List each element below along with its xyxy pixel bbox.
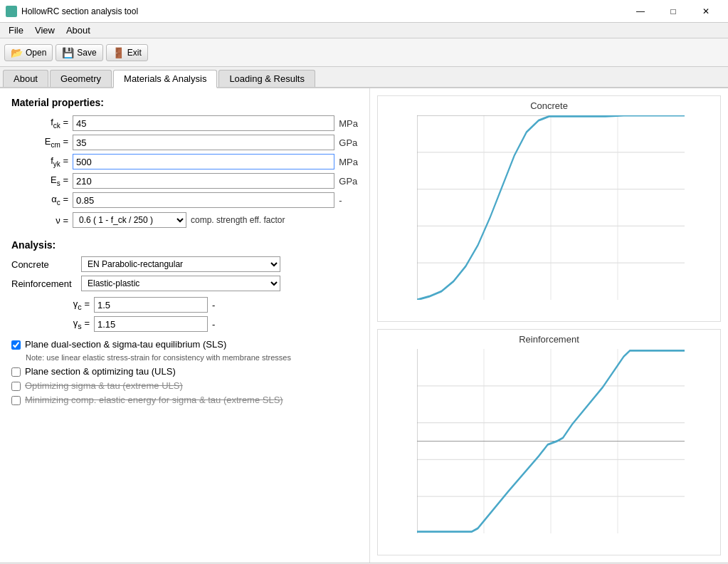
alpha-c-label: αc = [11,194,68,207]
right-panel: Concrete 0.0 -6.4 -12.8 -19.1 -25. [370,88,728,563]
reinforcement-chart-container: Reinforcement 434.8 217.4 0.0 -217.4 [377,329,721,555]
analysis-title: Analysis: [11,239,358,251]
checkbox-uls[interactable] [11,367,21,377]
ecm-label: Ecm = [11,136,68,149]
fck-label: fck = [11,117,68,130]
checkbox-sls-label: Plane dual-section & sigma-tau equilibri… [25,339,226,350]
reinforcement-select[interactable]: Elastic-plastic Linear elastic [81,276,280,291]
checkbox-row-uls: Plane section & optimizing tau (ULS) [11,366,358,377]
alpha-c-input[interactable] [73,192,334,208]
checkbox-group: Plane dual-section & sigma-tau equilibri… [11,339,358,405]
fck-unit: MPa [339,118,358,129]
exit-button[interactable]: 🚪 Exit [106,44,148,61]
concrete-chart-title: Concrete [378,96,720,113]
gamma-c-label: γc = [11,298,90,311]
exit-icon: 🚪 [112,47,125,58]
left-panel: Material properties: fck = MPa Ecm = GPa… [0,88,370,563]
fyk-input[interactable] [73,154,334,169]
concrete-chart-svg: 0.0 -6.4 -12.8 -19.1 -25.5 -0.0035 -0.00… [417,115,685,300]
tab-about[interactable]: About [3,70,48,87]
tab-loading[interactable]: Loading & Results [218,70,315,87]
material-properties-form: fck = MPa Ecm = GPa fyk = MPa Es = GPa α… [11,115,358,208]
reinforcement-label: Reinforcement [11,278,75,289]
checkbox-row-extreme-sls: Minimizing comp. elastic energy for sigm… [11,395,358,405]
analysis-form: Concrete EN Parabolic-rectangular Linear… [11,256,358,291]
tab-materials[interactable]: Materials & Analysis [113,70,217,88]
fyk-label: fyk = [11,155,68,168]
reinforcement-chart-area: 434.8 217.4 0.0 -217.4 -434.8 -0.0035 -0… [378,346,720,555]
es-label: Es = [11,174,68,187]
checkbox-row-extreme-uls: Optimizing sigma & tau (extreme ULS) [11,380,358,391]
menu-file[interactable]: File [3,23,29,38]
gamma-s-dash: - [212,319,226,330]
concrete-chart-container: Concrete 0.0 -6.4 -12.8 -19.1 -25. [377,95,721,322]
window-title: HollowRC section analysis tool [21,6,624,16]
gamma-s-label: γs = [11,318,90,330]
es-unit: GPa [339,176,358,187]
tab-bar: About Geometry Materials & Analysis Load… [0,67,728,88]
gamma-c-input[interactable] [94,297,208,313]
fck-input[interactable] [73,115,334,131]
main-content: Material properties: fck = MPa Ecm = GPa… [0,88,728,563]
save-button[interactable]: 💾 Save [56,44,102,61]
exit-label: Exit [127,48,142,58]
open-label: Open [26,48,46,58]
checkbox-extreme-uls[interactable] [11,382,21,391]
nu-description: comp. strength eff. factor [191,215,285,225]
checkbox-row-sls: Plane dual-section & sigma-tau equilibri… [11,339,358,350]
menu-view[interactable]: View [29,23,60,38]
es-input[interactable] [73,173,334,189]
fyk-unit: MPa [339,157,358,167]
nu-row: ν = 0.6 ( 1 - f_ck / 250 ) comp. strengt… [11,212,358,228]
menubar: File View About [0,23,728,38]
save-label: Save [77,48,96,58]
minimize-button[interactable]: — [624,0,657,23]
tab-geometry[interactable]: Geometry [50,70,112,87]
close-button[interactable]: ✕ [690,0,722,23]
sls-note: Note: use linear elastic stress-strain f… [26,353,358,362]
open-button[interactable]: 📂 Open [4,44,53,61]
ecm-unit: GPa [339,137,358,148]
save-icon: 💾 [62,47,74,58]
gamma-form: γc = - γs = - [11,297,358,332]
menu-about[interactable]: About [60,23,96,38]
window-controls: — □ ✕ [624,0,722,23]
ecm-input[interactable] [73,135,334,150]
concrete-label: Concrete [11,259,75,270]
open-icon: 📂 [11,47,23,58]
gamma-s-input[interactable] [94,316,208,332]
reinforcement-chart-title: Reinforcement [378,330,720,346]
concrete-chart-area: 0.0 -6.4 -12.8 -19.1 -25.5 -0.0035 -0.00… [378,113,720,321]
material-properties-title: Material properties: [11,97,358,108]
alpha-c-unit: - [339,195,358,206]
toolbar: 📂 Open 💾 Save 🚪 Exit [0,38,728,67]
app-icon [6,6,17,17]
titlebar: HollowRC section analysis tool — □ ✕ [0,0,728,23]
concrete-select[interactable]: EN Parabolic-rectangular Linear elastic … [81,256,280,272]
nu-label: ν = [11,215,68,226]
checkbox-extreme-uls-label: Optimizing sigma & tau (extreme ULS) [25,380,183,391]
checkbox-uls-label: Plane section & optimizing tau (ULS) [25,366,176,377]
nu-select[interactable]: 0.6 ( 1 - f_ck / 250 ) [73,212,186,228]
checkbox-extreme-sls[interactable] [11,396,21,405]
reinforcement-chart-svg: 434.8 217.4 0.0 -217.4 -434.8 -0.0035 -0… [417,349,685,533]
maximize-button[interactable]: □ [657,0,690,23]
checkbox-sls[interactable] [11,340,21,350]
checkbox-extreme-sls-label: Minimizing comp. elastic energy for sigm… [25,395,283,405]
gamma-c-dash: - [212,300,226,310]
